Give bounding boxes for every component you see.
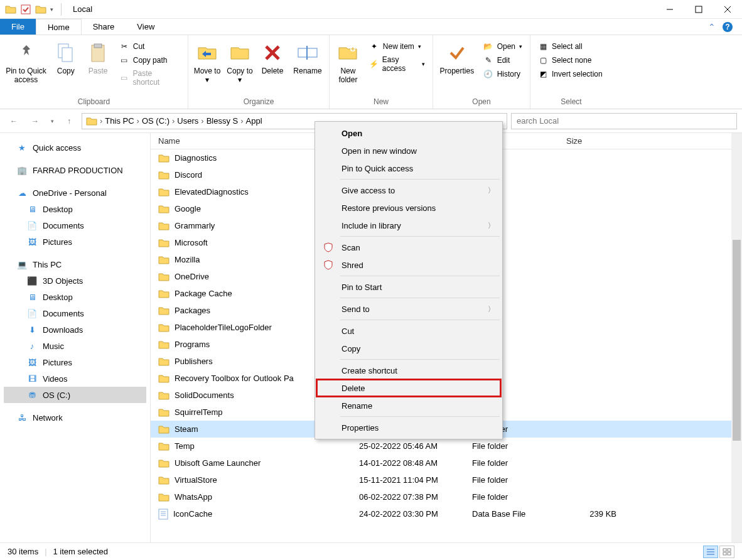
copy-path-button[interactable]: ▭Copy path [116,54,184,67]
folder-icon [158,425,169,434]
ctx-scan[interactable]: Scan [316,239,501,256]
video-icon: 🎞 [26,373,38,384]
cube-icon: ⬛ [26,275,38,286]
ctx-shred[interactable]: Shred [316,256,501,274]
ctx-include-library[interactable]: Include in library〉 [316,217,501,234]
easy-access-button[interactable]: ⚡Easy access ▾ [365,54,429,74]
folder-icon [158,306,169,315]
back-button[interactable]: ← [5,113,23,129]
copy-to-button[interactable]: Copy to ▾ [225,38,255,85]
svg-rect-2 [696,6,702,13]
sidebar-od-documents[interactable]: 📄Documents [4,217,146,234]
sidebar-downloads[interactable]: ⬇Downloads [4,321,146,338]
new-item-button[interactable]: ✦New item ▾ [365,40,429,53]
history-button[interactable]: 🕘History [480,68,526,80]
delete-ribbon-button[interactable]: Delete [257,38,288,75]
paste-button[interactable]: Paste [83,38,112,75]
ctx-properties[interactable]: Properties [316,419,501,436]
large-icons-view-button[interactable] [719,546,734,558]
save-icon[interactable] [20,4,31,15]
search-input[interactable]: earch Local [511,113,737,129]
sidebar-network[interactable]: 🖧Network [4,409,146,426]
sidebar-3d[interactable]: ⬛3D Objects [4,272,146,289]
paste-shortcut-button[interactable]: ▭Paste shortcut [116,68,184,88]
tab-file[interactable]: File [0,19,36,35]
ctx-pin-start[interactable]: Pin to Start [316,278,501,296]
file-icon [158,509,168,520]
file-date: 15-11-2021 11:04 PM [359,475,472,485]
scrollbar[interactable] [731,133,742,542]
path-icon: ▭ [119,55,129,65]
rename-ribbon-button[interactable]: Rename [290,38,325,75]
ctx-send-to[interactable]: Send to〉 [316,300,501,318]
table-row[interactable]: VirtualStore15-11-2021 11:04 PMFile fold… [151,471,742,488]
ctx-delete[interactable]: Delete [316,379,501,397]
properties-icon [446,41,468,64]
forward-button[interactable]: → [26,113,44,129]
pc-icon: 💻 [16,259,28,270]
table-row[interactable]: IconCache24-02-2022 03:30 PMData Base Fi… [151,505,742,522]
table-row[interactable]: Temp25-02-2022 05:46 AMFile folder [151,438,742,455]
sidebar-desktop[interactable]: 🖥Desktop [4,289,146,305]
sidebar-music[interactable]: ♪Music [4,338,146,354]
details-view-button[interactable] [703,546,718,558]
tab-view[interactable]: View [126,19,166,35]
table-row[interactable]: Ubisoft Game Launcher14-01-2022 08:48 AM… [151,455,742,471]
tab-share[interactable]: Share [82,19,126,35]
edit-button[interactable]: ✎Edit [480,54,526,67]
file-name: Package Cache [175,289,232,298]
group-label-new: New [330,97,433,109]
sidebar-farrad[interactable]: 🏢FARRAD PRODUCTION [4,162,146,178]
open-icon: 📂 [483,41,493,51]
pin-quick-access-button[interactable]: Pin to Quick access [4,38,48,85]
ctx-pin-quick[interactable]: Pin to Quick access [316,159,501,177]
invert-selection-button[interactable]: ◩Invert selection [534,68,606,80]
sidebar-pictures[interactable]: 🖼Pictures [4,354,146,370]
crumb-users[interactable]: Users [177,116,198,126]
help-icon[interactable]: ? [722,21,733,33]
scroll-thumb[interactable] [733,240,741,441]
history-dropdown[interactable]: ▾ [48,113,56,129]
crumb-os[interactable]: OS (C:) [142,116,169,126]
crumb-appl[interactable]: Appl [246,116,262,126]
crumb-thispc[interactable]: This PC [105,116,134,126]
quick-dropdown-icon[interactable]: ▾ [50,6,53,13]
select-none-icon: ▢ [538,55,548,65]
ribbon-collapse-icon[interactable]: ⌃ [708,22,716,32]
minimize-button[interactable] [655,0,684,19]
ctx-give-access[interactable]: Give access to〉 [316,181,501,199]
tab-home[interactable]: Home [36,19,82,35]
group-label-open: Open [433,97,530,109]
move-to-button[interactable]: Move to ▾ [192,38,222,85]
ctx-open-window[interactable]: Open in new window [316,142,501,159]
folder-icon [5,4,16,15]
crumb-user[interactable]: Blessy S [207,116,239,126]
sidebar-osc[interactable]: ⛃OS (C:) [4,387,146,403]
ctx-cut[interactable]: Cut [316,322,501,340]
ctx-restore[interactable]: Restore previous versions [316,199,501,217]
sidebar-documents[interactable]: 📄Documents [4,305,146,321]
sidebar-od-desktop[interactable]: 🖥Desktop [4,201,146,217]
new-folder-button[interactable]: New folder [333,38,363,85]
select-all-button[interactable]: ▦Select all [534,40,606,53]
cut-button[interactable]: ✂Cut [116,40,184,53]
select-none-button[interactable]: ▢Select none [534,54,606,67]
sidebar-videos[interactable]: 🎞Videos [4,370,146,387]
sidebar-onedrive[interactable]: ☁OneDrive - Personal [4,185,146,201]
table-row[interactable]: WhatsApp06-02-2022 07:38 PMFile folder [151,488,742,505]
close-button[interactable] [713,0,742,19]
maximize-button[interactable] [684,0,713,19]
open-button[interactable]: 📂Open ▾ [480,40,526,53]
folder-icon [158,357,169,366]
sidebar-thispc[interactable]: 💻This PC [4,256,146,272]
ctx-open[interactable]: Open [316,124,501,142]
sidebar-od-pictures[interactable]: 🖼Pictures [4,234,146,250]
sidebar-quick-access[interactable]: ★Quick access [4,139,146,156]
ctx-copy[interactable]: Copy [316,340,501,357]
ctx-create-shortcut[interactable]: Create shortcut [316,362,501,379]
up-button[interactable]: ↑ [60,113,78,129]
properties-button[interactable]: Properties [437,38,477,75]
ctx-rename[interactable]: Rename [316,397,501,414]
copy-button[interactable]: Copy [51,38,80,75]
quick-folder-icon[interactable] [35,4,46,15]
